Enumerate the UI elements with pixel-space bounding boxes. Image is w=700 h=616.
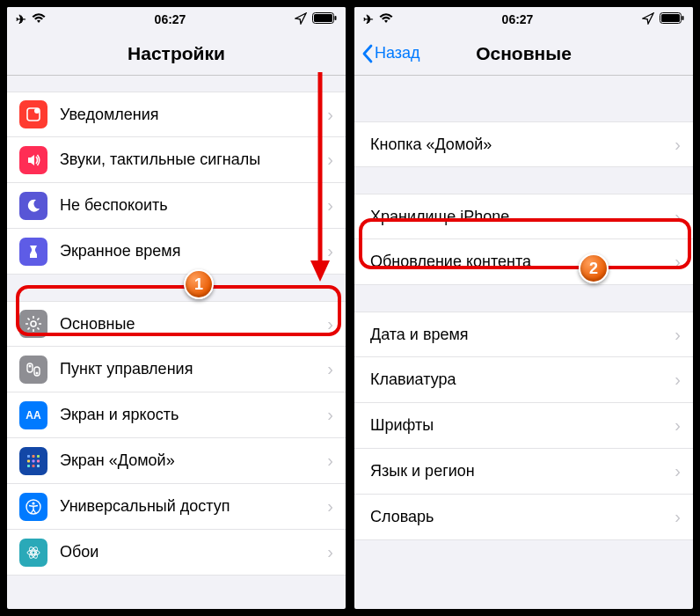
svg-rect-13 [27,459,30,462]
row-backgroundrefresh[interactable]: Обновление контента › [354,239,693,285]
svg-marker-29 [310,260,330,282]
nav-header: Настройки [7,32,346,76]
row-controlcenter[interactable]: Пункт управления › [7,347,346,392]
display-icon: AA [19,401,47,429]
svg-rect-14 [33,459,35,462]
row-label: Пункт управления [60,360,327,378]
row-screentime[interactable]: Экранное время › [7,229,346,275]
screentime-icon [19,238,47,266]
chevron-right-icon: › [674,507,681,527]
row-notifications[interactable]: Уведомления › [7,92,346,137]
accessibility-icon [19,493,47,521]
row-wallpaper[interactable]: Обои › [7,530,346,576]
row-dictionary[interactable]: Словарь › [354,495,693,540]
row-label: Уведомления [60,106,327,124]
location-icon [642,12,654,27]
row-label: Обои [60,543,327,561]
svg-point-7 [29,364,32,367]
svg-rect-10 [27,455,30,458]
chevron-right-icon: › [327,451,333,471]
chevron-right-icon: › [674,415,681,436]
phone-general: ✈ 06:27 Назад Основные [353,5,695,611]
airplane-icon: ✈ [363,12,374,26]
row-label: Кнопка «Домой» [370,136,674,154]
airplane-icon: ✈ [16,12,26,26]
chevron-right-icon: › [674,325,681,345]
battery-icon [660,12,684,26]
notifications-icon [19,100,47,128]
homescreen-icon [19,447,47,475]
chevron-right-icon: › [327,405,333,425]
svg-rect-17 [33,465,35,467]
row-keyboard[interactable]: Клавиатура › [354,357,693,403]
row-accessibility[interactable]: Универсальный доступ › [7,484,346,530]
row-label: Звуки, тактильные сигналы [60,150,327,169]
phone-settings: ✈ 06:27 Настройки [5,5,347,611]
nav-header: Назад Основные [354,32,693,76]
sounds-icon [19,146,47,174]
row-datetime[interactable]: Дата и время › [354,312,693,357]
row-label: Экран и яркость [60,406,327,424]
svg-point-4 [34,108,40,114]
chevron-right-icon: › [674,135,681,155]
row-label: Шрифты [370,416,674,435]
row-label: Экранное время [60,242,327,260]
chevron-right-icon: › [327,496,333,517]
annotation-arrow [308,72,332,283]
chevron-right-icon: › [674,252,681,272]
chevron-right-icon: › [327,314,333,334]
svg-point-20 [32,502,34,504]
row-label: Клавиатура [370,370,674,389]
svg-rect-1 [314,14,332,22]
row-sounds[interactable]: Звуки, тактильные сигналы › [7,137,346,183]
svg-point-9 [36,371,39,374]
row-label: Дата и время [370,326,674,344]
page-title: Настройки [128,43,225,64]
row-label: Язык и регион [370,462,674,480]
page-title: Основные [476,43,572,64]
row-label: Хранилище iPhone [370,208,674,226]
row-language[interactable]: Язык и регион › [354,449,693,495]
svg-rect-11 [33,455,35,458]
status-time: 06:27 [155,12,186,26]
row-homebutton[interactable]: Кнопка «Домой» › [354,121,693,167]
status-time: 06:27 [502,12,534,26]
wifi-icon [379,12,393,26]
row-label: Не беспокоить [60,196,327,215]
svg-rect-27 [682,16,684,20]
chevron-right-icon: › [674,207,681,227]
svg-rect-2 [335,16,337,20]
svg-point-21 [32,551,35,554]
svg-rect-16 [27,465,30,467]
status-bar: ✈ 06:27 [7,7,346,32]
row-dnd[interactable]: Не беспокоить › [7,183,346,229]
annotation-badge-1: 1 [184,269,214,299]
chevron-right-icon: › [327,542,333,562]
svg-rect-18 [37,465,40,467]
svg-rect-15 [37,459,40,462]
row-homescreen[interactable]: Экран «Домой» › [7,438,346,484]
svg-rect-12 [37,455,40,458]
status-bar: ✈ 06:27 [354,7,693,32]
back-label: Назад [375,44,420,62]
chevron-right-icon: › [327,359,333,379]
row-general[interactable]: Основные › [7,301,346,347]
wallpaper-icon [19,539,47,567]
location-icon [295,12,307,27]
row-label: Основные [60,315,327,334]
row-label: Универсальный доступ [60,497,327,516]
row-fonts[interactable]: Шрифты › [354,403,693,449]
general-icon [19,310,47,338]
svg-rect-26 [661,14,680,22]
row-storage[interactable]: Хранилище iPhone › [354,194,693,239]
chevron-right-icon: › [674,461,681,481]
row-display[interactable]: AA Экран и яркость › [7,392,346,438]
svg-point-5 [31,321,36,326]
row-label: Словарь [370,508,674,526]
row-label: Экран «Домой» [60,451,327,470]
back-button[interactable]: Назад [361,44,420,63]
dnd-icon [19,192,47,220]
controlcenter-icon [19,356,47,384]
wifi-icon [32,12,46,26]
battery-icon [312,12,337,26]
